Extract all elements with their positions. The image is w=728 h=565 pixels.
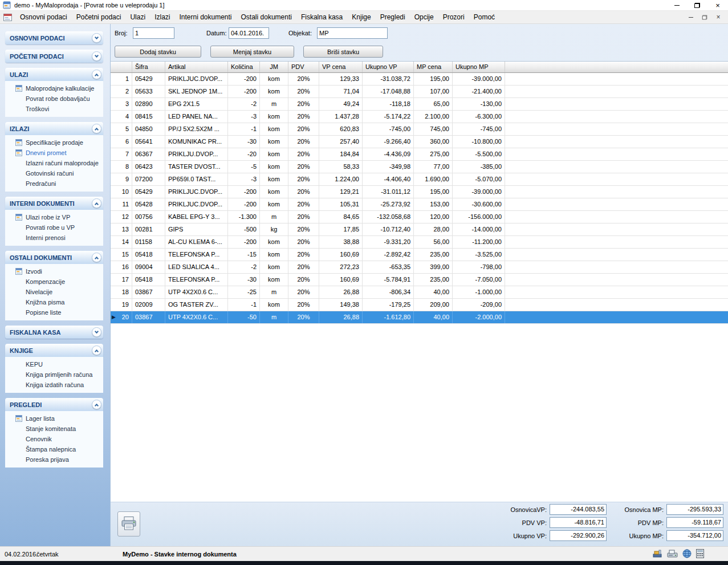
globe-icon[interactable] <box>682 549 692 558</box>
sidebar-item-povrat-robe-dobavljacu[interactable]: Povrat robe dobavljaču <box>5 94 103 104</box>
collapse-section-button[interactable] <box>92 345 101 355</box>
dodaj-stavku-button[interactable]: Dodaj stavku <box>115 46 201 58</box>
table-row-2[interactable]: 205633SKL JEDNOP 1M...-200kom20%71,04-17… <box>111 86 728 98</box>
sidebar-item-kompenzacije[interactable]: Kompenzacije <box>5 277 103 287</box>
mdi-restore-button[interactable] <box>699 13 710 22</box>
table-row-4[interactable]: 408415LED PANEL NA...-3kom20%1.437,28-5.… <box>111 111 728 123</box>
sidebar-item-povrati-robe-u-vp[interactable]: Povrati robe u VP <box>5 222 103 233</box>
menu-item-ulazi[interactable]: Ulazi <box>125 11 150 23</box>
sidebar-item-kepu[interactable]: KEPU <box>5 359 103 369</box>
table-row-15[interactable]: 1505418TELEFONSKA P...-15kom20%160,69-2.… <box>111 249 728 261</box>
sidebar-section-header-osnovni-podaci[interactable]: OSNOVNI PODACI <box>5 31 103 44</box>
table-row-20[interactable]: ▶2003867UTP 4X2X0.6 C...-50m20%26,88-1.6… <box>111 311 728 324</box>
sidebar-item-dnevni-promet[interactable]: Dnevni promet <box>5 148 103 158</box>
sidebar-section-header-ulazi[interactable]: ULAZI <box>5 68 103 81</box>
table-row-17[interactable]: 1705418TELEFONSKA P...-30kom20%160,69-5.… <box>111 274 728 286</box>
sidebar-item-knjizna-pisma[interactable]: Knjižna pisma <box>5 297 103 307</box>
menu-item-knjige[interactable]: Knjige <box>347 11 375 23</box>
collapse-section-button[interactable] <box>92 70 101 79</box>
menu-item-opcije[interactable]: Opcije <box>410 11 438 23</box>
table-row-19[interactable]: 1902009OG TASTER ZV...-1kom20%149,38-179… <box>111 299 728 311</box>
column-header-jm[interactable]: JM <box>260 62 288 72</box>
sidebar-section-header-pregledi[interactable]: PREGLEDI <box>5 398 103 411</box>
menu-item-fiskalna-kasa[interactable]: Fiskalna kasa <box>296 11 347 23</box>
datum-input[interactable] <box>229 27 269 39</box>
menu-item-ostali-dokumenti[interactable]: Ostali dokumenti <box>237 11 296 23</box>
sidebar-item-gotovinski-racuni[interactable]: Gotovinski računi <box>5 168 103 178</box>
menu-item-pregledi[interactable]: Pregledi <box>376 11 410 23</box>
minimize-button[interactable] <box>666 0 687 10</box>
column-header-ukupno-mp[interactable]: Ukupno MP <box>453 62 505 72</box>
menu-item-pocetni-podaci[interactable]: Početni podaci <box>72 11 126 23</box>
sidebar-item-knjiga-izdatih-racuna[interactable]: Knjiga izdatih računa <box>5 380 103 390</box>
table-row-6[interactable]: 605641KOMUNIKAC PR...-30kom20%257,40-9.2… <box>111 136 728 148</box>
table-row-1[interactable]: 105429PRIKLJUC.DVOP...-200kom20%129,33-3… <box>111 73 728 86</box>
restore-button[interactable] <box>687 0 707 10</box>
menu-item-osnovni-podaci[interactable]: Osnovni podaci <box>15 11 72 23</box>
sidebar-item-lager-lista[interactable]: Lager lista <box>5 413 103 424</box>
table-row-18[interactable]: 1803867UTP 4X2X0.6 C...-25m20%26,88-806,… <box>111 286 728 299</box>
column-header-mp-cena[interactable]: MP cena <box>414 62 453 72</box>
menu-item-izlazi[interactable]: Izlazi <box>150 11 174 23</box>
table-row-16[interactable]: 1609004LED SIJALICA 4...-2kom20%272,23-6… <box>111 261 728 274</box>
table-row-14[interactable]: 1401158AL-CU KLEMA 6-...-200kom20%38,88-… <box>111 236 728 249</box>
sidebar-item-cenovnik[interactable]: Cenovnik <box>5 434 103 444</box>
menu-item-interni-dokumenti[interactable]: Interni dokumenti <box>174 11 236 23</box>
sidebar-section-header-knjige[interactable]: KNJIGE <box>5 344 103 357</box>
column-header-vp-cena[interactable]: VP cena <box>319 62 363 72</box>
sidebar-item-nivelacije[interactable]: Nivelacije <box>5 287 103 297</box>
sidebar-item-troskovi[interactable]: Troškovi <box>5 104 103 114</box>
cash-register-icon[interactable] <box>652 549 662 558</box>
table-row-13[interactable]: 1300281GIPS-500kg20%17,85-10.712,4028,00… <box>111 223 728 236</box>
table-row-5[interactable]: 504850PP/J 5X2.5X2M ...-1kom20%620,83-74… <box>111 123 728 136</box>
menjaj-stavku-button[interactable]: Menjaj stavku <box>210 46 294 58</box>
sidebar-item-specifikacije-prodaje[interactable]: Specifikacije prodaje <box>5 137 103 148</box>
sidebar-section-header-izlazi[interactable]: IZLAZI <box>5 122 103 135</box>
collapse-section-button[interactable] <box>92 400 101 409</box>
child-window-icon[interactable] <box>3 14 12 21</box>
menu-item-prozori[interactable]: Prozori <box>438 11 469 23</box>
sidebar-item-izlazni-racuni-maloprodaje[interactable]: Izlazni računi maloprodaje <box>5 158 103 168</box>
calculator-icon[interactable] <box>696 549 704 558</box>
table-row-11[interactable]: 1105428PRIKLJUC.DVOP...-200kom20%105,31-… <box>111 198 728 211</box>
table-row-12[interactable]: 1200756KABEL EPG-Y 3...-1.300m20%84,65-1… <box>111 211 728 223</box>
column-header-kolicina[interactable]: Količina <box>228 62 260 72</box>
column-header-sifra[interactable]: Šifra <box>132 62 165 72</box>
column-header-rownum[interactable] <box>111 62 132 72</box>
table-row-7[interactable]: 706367PRIKLJU.DVOP...-20kom20%184,84-4.4… <box>111 148 728 161</box>
column-header-pdv[interactable]: PDV <box>288 62 319 72</box>
print-button[interactable] <box>117 511 140 536</box>
table-row-3[interactable]: 302890EPG 2X1.5-2m20%49,24-118,1865,00-1… <box>111 98 728 111</box>
sidebar-item-ulazi-robe-iz-vp[interactable]: Ulazi robe iz VP <box>5 212 103 222</box>
expand-section-button[interactable] <box>92 51 101 61</box>
collapse-section-button[interactable] <box>92 253 101 262</box>
collapse-section-button[interactable] <box>92 198 101 208</box>
expand-section-button[interactable] <box>92 33 101 43</box>
sidebar-item-stanje-komitenata[interactable]: Stanje komitenata <box>5 424 103 434</box>
collapse-section-button[interactable] <box>92 124 101 133</box>
sidebar-item-popisne-liste[interactable]: Popisne liste <box>5 307 103 318</box>
sidebar-section-header-ostali-dokumenti[interactable]: OSTALI DOKUMENTI <box>5 251 103 264</box>
sidebar-item-maloprodajne-kalkulacije[interactable]: Maloprodajne kalkulacije <box>5 83 103 94</box>
table-row-8[interactable]: 806423TASTER DVOST...-5kom20%58,33-349,9… <box>111 161 728 173</box>
column-header-ukupno-vp[interactable]: Ukupno VP <box>363 62 414 72</box>
expand-section-button[interactable] <box>92 327 101 337</box>
mdi-minimize-button[interactable] <box>686 13 696 22</box>
sidebar-item-predracuni[interactable]: Predračuni <box>5 178 103 189</box>
fax-icon[interactable] <box>667 550 678 558</box>
sidebar-section-header-pocetni-podaci[interactable]: POČETNI PODACI <box>5 50 103 63</box>
sidebar-item-izvodi[interactable]: Izvodi <box>5 266 103 277</box>
broj-input[interactable] <box>133 27 174 39</box>
objekat-input[interactable] <box>317 27 388 39</box>
sidebar-section-header-fiskalna-kasa[interactable]: FISKALNA KASA <box>5 326 103 339</box>
table-row-9[interactable]: 907200PP659I.0 TAST...-3kom20%1.224,00-4… <box>111 173 728 186</box>
table-row-10[interactable]: 1005429PRIKLJUC.DVOP...-200kom20%129,21-… <box>111 186 728 198</box>
sidebar-item-poreska-prijava[interactable]: Poreska prijava <box>5 454 103 465</box>
menu-item-pomoc[interactable]: Pomoć <box>469 11 499 23</box>
brisi-stavku-button[interactable]: Briši stavku <box>303 46 383 58</box>
mdi-close-button[interactable]: × <box>713 13 723 22</box>
sidebar-item-interni-prenosi[interactable]: Interni prenosi <box>5 233 103 243</box>
sidebar-item-knjiga-primljenih-racuna[interactable]: Knjiga primljenih računa <box>5 369 103 380</box>
close-button[interactable]: × <box>707 0 728 10</box>
sidebar-item-stampa-nalepnica[interactable]: Štampa nalepnica <box>5 444 103 454</box>
